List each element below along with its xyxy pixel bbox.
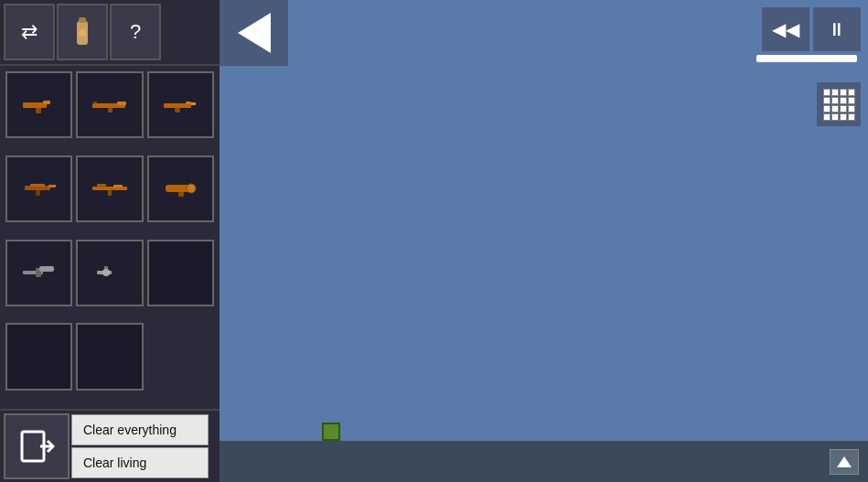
item-cell-8[interactable] <box>76 240 143 306</box>
game-object-cube[interactable] <box>322 423 340 441</box>
items-grid <box>0 66 220 409</box>
exit-button[interactable] <box>4 413 70 479</box>
svg-rect-9 <box>93 102 97 104</box>
item-cell-9[interactable] <box>147 240 214 306</box>
game-area: ◀◀ ⏸ <box>220 0 868 482</box>
pause-button[interactable]: ⏸ <box>813 7 861 51</box>
ground-arrow-button[interactable] <box>830 449 859 475</box>
launcher-icon <box>162 179 198 198</box>
item-cell-5[interactable] <box>76 155 143 222</box>
smg-icon <box>21 179 58 198</box>
shotgun-icon <box>162 96 198 114</box>
svg-rect-17 <box>48 185 56 187</box>
item-cell-10[interactable] <box>5 323 72 390</box>
item-cell-7[interactable] <box>5 240 72 306</box>
clear-everything-button[interactable]: Clear everything <box>71 414 209 445</box>
grid-icon <box>823 89 855 121</box>
arrow-up-icon <box>837 456 852 467</box>
svg-rect-13 <box>191 102 196 105</box>
svg-rect-27 <box>39 266 54 272</box>
svg-point-24 <box>187 184 196 193</box>
svg-rect-12 <box>186 102 191 104</box>
play-left-icon <box>238 13 271 53</box>
item-cell-3[interactable] <box>147 71 214 138</box>
rewind-button[interactable]: ◀◀ <box>762 7 809 51</box>
bag-icon <box>68 16 97 48</box>
melee-icon <box>21 263 58 282</box>
left-bottom: Clear everything Clear living <box>0 409 220 482</box>
progress-bar <box>756 55 857 62</box>
item-cell-11[interactable] <box>76 323 143 390</box>
svg-rect-7 <box>108 108 113 112</box>
svg-rect-15 <box>36 190 40 196</box>
grid-toggle-button[interactable] <box>817 82 861 126</box>
svg-rect-8 <box>117 102 126 105</box>
clear-living-button[interactable]: Clear living <box>71 447 209 478</box>
svg-rect-21 <box>97 184 106 187</box>
svg-rect-4 <box>36 108 41 113</box>
play-left-button[interactable] <box>220 0 288 66</box>
left-panel: ⇄ ? <box>0 0 220 482</box>
exit-icon <box>18 428 55 465</box>
svg-rect-20 <box>113 185 123 187</box>
swap-button[interactable]: ⇄ <box>4 4 55 60</box>
item-cell-6[interactable] <box>147 155 214 222</box>
svg-rect-5 <box>43 101 50 104</box>
pause-icon: ⏸ <box>828 19 846 40</box>
rifle-icon <box>91 96 128 114</box>
item-cell-2[interactable] <box>76 71 143 138</box>
svg-point-2 <box>79 29 86 37</box>
item-cell-4[interactable] <box>5 155 72 222</box>
svg-rect-30 <box>102 269 110 276</box>
ground <box>220 441 868 482</box>
main-container: ⇄ ? <box>0 0 868 482</box>
media-controls: ◀◀ ⏸ <box>762 7 861 51</box>
svg-rect-11 <box>175 108 180 112</box>
bag-button[interactable] <box>57 4 108 60</box>
svg-rect-19 <box>108 190 112 196</box>
help-button[interactable]: ? <box>110 4 161 60</box>
svg-rect-23 <box>178 192 184 197</box>
dropdown-menu: Clear everything Clear living <box>71 414 209 478</box>
grenade-icon <box>91 263 128 282</box>
svg-rect-1 <box>79 17 86 23</box>
rewind-icon: ◀◀ <box>772 18 799 40</box>
top-right-controls: ◀◀ ⏸ <box>756 7 861 62</box>
item-cell-1[interactable] <box>5 71 72 138</box>
pistol-icon <box>21 96 58 114</box>
svg-rect-16 <box>30 184 45 187</box>
toolbar: ⇄ ? <box>0 0 220 66</box>
sniper-icon <box>91 179 128 198</box>
